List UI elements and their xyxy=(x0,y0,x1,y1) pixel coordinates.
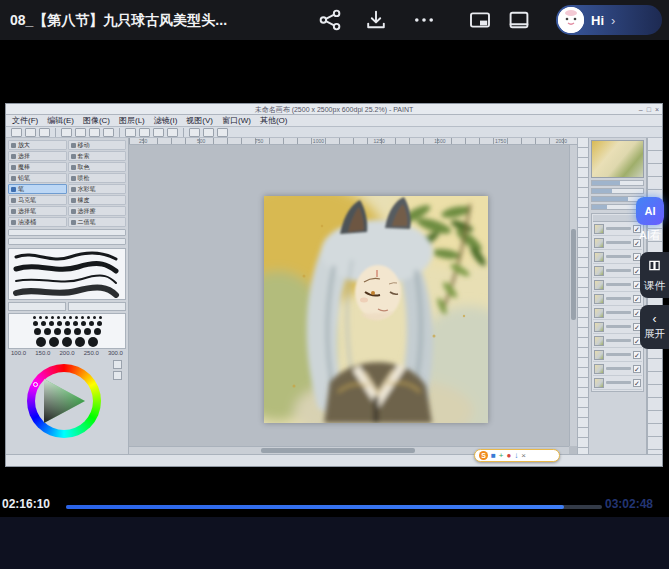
tool-cell: 油漆桶 xyxy=(8,217,67,227)
layer-row: ✓ xyxy=(593,362,642,376)
toolbar-icon xyxy=(25,128,36,137)
paint-titlebar: 未命名画布 (2500 x 2500px 600dpi 25.2%) - PAI… xyxy=(6,104,662,115)
brush-size-values: 100.0150.0200.0250.0300.0 xyxy=(8,350,126,358)
total-time: 03:02:48 xyxy=(605,497,653,511)
layer-thumbnail xyxy=(594,280,604,290)
close-icon: × xyxy=(655,104,659,115)
layer-thumbnail xyxy=(594,252,604,262)
floating-tool-overlay: S ■ + ● ↓ × xyxy=(474,449,560,462)
layer-thumbnail xyxy=(594,238,604,248)
menu-item: 视图(V) xyxy=(186,115,213,126)
toolbar-icon xyxy=(39,128,50,137)
layer-thumbnail xyxy=(594,378,604,388)
maximize-icon: □ xyxy=(647,104,651,115)
tool-panel: 放大 移动 选择 套索 魔棒 取色 铅笔 喷枪 笔 水彩笔 马克笔 橡皮 选择笔… xyxy=(6,138,129,454)
share-icon[interactable] xyxy=(318,8,342,32)
canvas-viewport xyxy=(129,145,569,446)
courseware-label: 课件 xyxy=(644,279,665,293)
color-mode-button xyxy=(113,360,122,369)
color-mode-button xyxy=(113,371,122,380)
layer-thumbnail xyxy=(594,350,604,360)
paint-app-window: 未命名画布 (2500 x 2500px 600dpi 25.2%) - PAI… xyxy=(5,103,663,467)
layer-row: ✓ xyxy=(593,376,642,390)
brush-shape-row xyxy=(8,302,126,311)
assistant-avatar-icon xyxy=(558,7,584,33)
tool-cell: 二值笔 xyxy=(68,217,127,227)
menu-item: 滤镜(I) xyxy=(154,115,178,126)
tool-cell: 魔棒 xyxy=(8,162,67,172)
toolbar-icon xyxy=(125,128,136,137)
expand-button[interactable]: ‹ 展开 xyxy=(640,305,669,349)
toolbar-icon xyxy=(167,128,178,137)
tool-cell-selected: 笔 xyxy=(8,184,67,194)
video-surface[interactable]: 未命名画布 (2500 x 2500px 600dpi 25.2%) - PAI… xyxy=(0,40,669,498)
toolbar-icon xyxy=(153,128,164,137)
brush-param-slider xyxy=(8,238,126,245)
progress-fill xyxy=(66,505,564,509)
miniplayer-icon[interactable] xyxy=(507,8,531,32)
ai-watch-label: AI看 xyxy=(632,228,668,243)
tool-cell: 选择擦 xyxy=(68,206,127,216)
brush-param-slider xyxy=(8,229,126,236)
window-controls: – □ × xyxy=(639,104,659,115)
collapse-chevron-icon: ‹ xyxy=(653,314,657,324)
toolbar-icon xyxy=(89,128,100,137)
ruler: 25050075010001250150017502000 xyxy=(129,138,577,145)
assistant-pill[interactable]: Hi › xyxy=(556,5,662,35)
tool-cell: 喷枪 xyxy=(68,173,127,183)
sv-triangle xyxy=(35,372,93,430)
paint-menubar: 文件(F) 编辑(E) 图像(C) 图层(L) 滤镜(I) 视图(V) 窗口(W… xyxy=(6,115,662,126)
menu-item: 其他(O) xyxy=(260,115,288,126)
video-title: 08_【第八节】九只球古风美型头... xyxy=(10,0,227,40)
paint-statusbar xyxy=(6,454,662,466)
toolbar-icon xyxy=(75,128,86,137)
tool-cell: 马克笔 xyxy=(8,195,67,205)
tool-cell: 选择笔 xyxy=(8,206,67,216)
toolbar-icon xyxy=(189,128,200,137)
tool-cell: 橡皮 xyxy=(68,195,127,205)
color-wheel-panel xyxy=(8,360,126,448)
expand-label: 展开 xyxy=(644,327,665,341)
toolbar-icon xyxy=(11,128,22,137)
more-options-icon[interactable] xyxy=(412,8,436,32)
painting-artwork xyxy=(264,196,488,423)
layer-thumbnail xyxy=(594,322,604,332)
tool-cell: 移动 xyxy=(68,140,127,150)
floating-icon: ● xyxy=(507,449,512,462)
chevron-right-icon: › xyxy=(611,13,615,28)
toolbar-icon xyxy=(61,128,72,137)
layer-row: ✓ xyxy=(593,348,642,362)
layer-visibility-checkbox: ✓ xyxy=(633,351,641,359)
vertical-scrollbar xyxy=(569,145,577,446)
tool-cell: 选择 xyxy=(8,151,67,161)
tool-grid: 放大 移动 选择 套索 魔棒 取色 铅笔 喷枪 笔 水彩笔 马克笔 橡皮 选择笔… xyxy=(8,140,126,227)
paint-window-title: 未命名画布 (2500 x 2500px 600dpi 25.2%) - PAI… xyxy=(255,106,414,113)
paint-toolbar xyxy=(6,126,662,138)
ai-icon: AI xyxy=(636,197,664,225)
floating-icon: + xyxy=(499,449,504,462)
floating-icon: × xyxy=(521,449,526,462)
layer-row: ✓ xyxy=(593,278,642,292)
progress-bar[interactable] xyxy=(66,505,602,509)
menu-item: 文件(F) xyxy=(12,115,38,126)
right-panel: ✓ ✓ ✓ ✓ ✓ ✓ ✓ ✓ ✓ ✓ ✓ ✓ xyxy=(589,138,647,454)
tool-cell: 铅笔 xyxy=(8,173,67,183)
player-stage: 08_【第八节】九只球古风美型头... Hi › 未命名画布 (2500 xyxy=(0,0,669,569)
menu-item: 图层(L) xyxy=(119,115,145,126)
menu-item: 图像(C) xyxy=(83,115,110,126)
download-icon[interactable] xyxy=(364,8,388,32)
ai-watch-button[interactable]: AI AI看 xyxy=(632,197,668,243)
menu-item: 窗口(W) xyxy=(222,115,251,126)
book-icon xyxy=(648,258,661,276)
panel-dock-strip xyxy=(577,138,589,454)
menu-item: 编辑(E) xyxy=(47,115,74,126)
floating-icon: ↓ xyxy=(514,449,518,462)
panel-slider xyxy=(591,188,644,194)
tool-cell: 取色 xyxy=(68,162,127,172)
courseware-button[interactable]: 课件 xyxy=(640,252,669,298)
pip-icon[interactable] xyxy=(468,8,492,32)
toolbar-icon xyxy=(217,128,228,137)
floating-logo-icon: S xyxy=(479,451,488,460)
top-bar: 08_【第八节】九只球古风美型头... Hi › xyxy=(0,0,669,40)
layer-thumbnail xyxy=(594,308,604,318)
